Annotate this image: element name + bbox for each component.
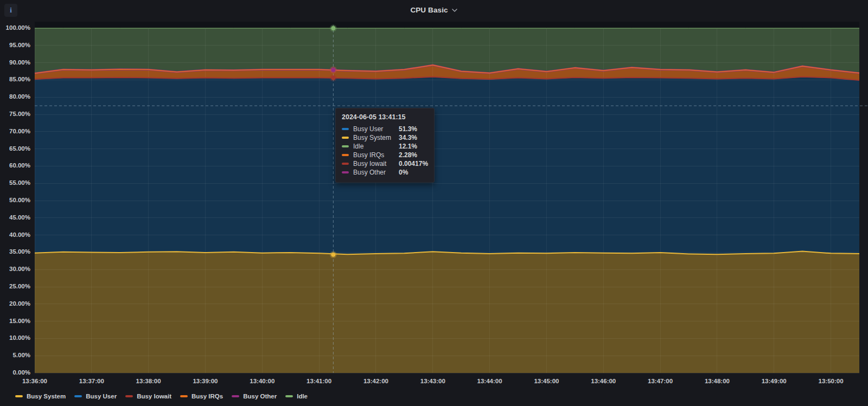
legend-item-idle[interactable]: Idle [285, 393, 308, 399]
x-tick-label: 13:46:00 [582, 378, 625, 384]
y-tick-label: 80.00% [0, 93, 30, 100]
y-tick-label: 100.00% [0, 24, 30, 31]
x-tick-label: 13:45:00 [525, 378, 568, 384]
x-tick-label: 13:41:00 [297, 378, 341, 384]
grafana-cpu-panel: i CPU Basic 0.00%5.00%10.00%15.00%20.00%… [0, 0, 868, 406]
legend-item-busy-irqs[interactable]: Busy IRQs [180, 393, 223, 399]
legend-label: Busy User [86, 393, 117, 399]
tooltip-rows: Busy User51.3%Busy System34.3%Idle12.1%B… [342, 125, 428, 177]
x-tick-label: 13:40:00 [240, 378, 284, 384]
tooltip-row: Busy Other0% [342, 168, 428, 177]
x-tick-label: 13:43:00 [411, 378, 455, 384]
area-busy-user [35, 77, 859, 255]
y-tick-label: 60.00% [0, 162, 30, 169]
legend-label: Idle [297, 393, 308, 399]
tooltip-series-value: 0% [399, 169, 408, 176]
x-tick-label: 13:38:00 [127, 378, 170, 384]
legend: Busy SystemBusy UserBusy IowaitBusy IRQs… [15, 393, 308, 399]
y-tick-label: 65.00% [0, 145, 30, 152]
tooltip-series-value: 2.28% [399, 151, 417, 159]
series-swatch-icon [342, 145, 349, 147]
y-tick-label: 30.00% [0, 266, 30, 272]
y-tick-label: 35.00% [0, 248, 30, 255]
tooltip-series-name: Busy Other [353, 169, 399, 176]
y-tick-label: 10.00% [0, 334, 30, 341]
crosshair-marker-dot [331, 253, 335, 257]
tooltip-row: Busy Iowait0.00417% [342, 159, 428, 168]
tooltip-series-value: 51.3% [399, 125, 417, 133]
tooltip-series-name: Busy Iowait [353, 160, 399, 167]
series-swatch-icon [342, 137, 349, 139]
y-tick-label: 90.00% [0, 59, 30, 66]
tooltip-row: Busy IRQs2.28% [342, 151, 428, 159]
legend-label: Busy IRQs [192, 393, 223, 399]
tooltip: 2024-06-05 13:41:15 Busy User51.3%Busy S… [335, 108, 435, 183]
series-swatch-icon [342, 154, 349, 156]
x-tick-label: 13:49:00 [752, 378, 796, 384]
y-tick-label: 70.00% [0, 128, 30, 134]
legend-label: Busy Iowait [137, 393, 171, 399]
y-tick-label: 15.00% [0, 318, 30, 324]
legend-swatch-icon [180, 395, 188, 397]
legend-label: Busy Other [243, 393, 277, 399]
x-tick-label: 13:39:00 [183, 378, 227, 384]
tooltip-series-value: 12.1% [399, 143, 417, 150]
series-swatch-icon [342, 128, 349, 130]
y-tick-label: 45.00% [0, 214, 30, 221]
y-tick-label: 85.00% [0, 76, 30, 82]
crosshair-marker-dot [331, 68, 335, 72]
legend-item-busy-user[interactable]: Busy User [74, 393, 117, 399]
y-tick-label: 0.00% [0, 369, 30, 376]
tooltip-timestamp: 2024-06-05 13:41:15 [342, 113, 428, 121]
series-swatch-icon [342, 171, 349, 173]
gridlines [35, 28, 859, 373]
tooltip-series-value: 0.00417% [399, 160, 428, 167]
x-tick-label: 13:50:00 [809, 378, 853, 384]
legend-item-busy-other[interactable]: Busy Other [232, 393, 277, 399]
tooltip-row: Busy System34.3% [342, 133, 428, 142]
y-tick-label: 5.00% [0, 352, 30, 358]
crosshair-marker-dot [331, 26, 335, 30]
y-tick-label: 55.00% [0, 179, 30, 186]
tooltip-series-name: Busy IRQs [353, 151, 399, 159]
legend-label: Busy System [27, 393, 66, 399]
y-tick-label: 75.00% [0, 111, 30, 117]
x-tick-label: 13:44:00 [468, 378, 512, 384]
legend-swatch-icon [74, 395, 82, 397]
legend-swatch-icon [285, 395, 293, 397]
legend-item-busy-iowait[interactable]: Busy Iowait [125, 393, 171, 399]
legend-swatch-icon [125, 395, 133, 397]
tooltip-row: Busy User51.3% [342, 125, 428, 133]
legend-item-busy-system[interactable]: Busy System [15, 393, 66, 399]
legend-swatch-icon [15, 395, 23, 397]
x-tick-label: 13:37:00 [70, 378, 113, 384]
crosshair-marker-dot [331, 76, 335, 80]
cpu-usage-chart[interactable] [0, 0, 868, 406]
legend-swatch-icon [232, 395, 239, 397]
x-tick-label: 13:36:00 [13, 378, 56, 384]
y-tick-label: 40.00% [0, 231, 30, 238]
tooltip-series-name: Idle [353, 143, 399, 150]
tooltip-series-value: 34.3% [399, 134, 417, 141]
x-tick-label: 13:48:00 [695, 378, 739, 384]
y-tick-label: 95.00% [0, 42, 30, 48]
series-swatch-icon [342, 163, 349, 165]
y-tick-label: 50.00% [0, 197, 30, 203]
area-idle [35, 28, 859, 73]
tooltip-row: Idle12.1% [342, 142, 428, 151]
y-tick-label: 20.00% [0, 300, 30, 307]
tooltip-series-name: Busy System [353, 134, 399, 141]
x-tick-label: 13:42:00 [354, 378, 398, 384]
y-tick-label: 25.00% [0, 283, 30, 289]
tooltip-series-name: Busy User [353, 125, 399, 133]
x-tick-label: 13:47:00 [639, 378, 682, 384]
